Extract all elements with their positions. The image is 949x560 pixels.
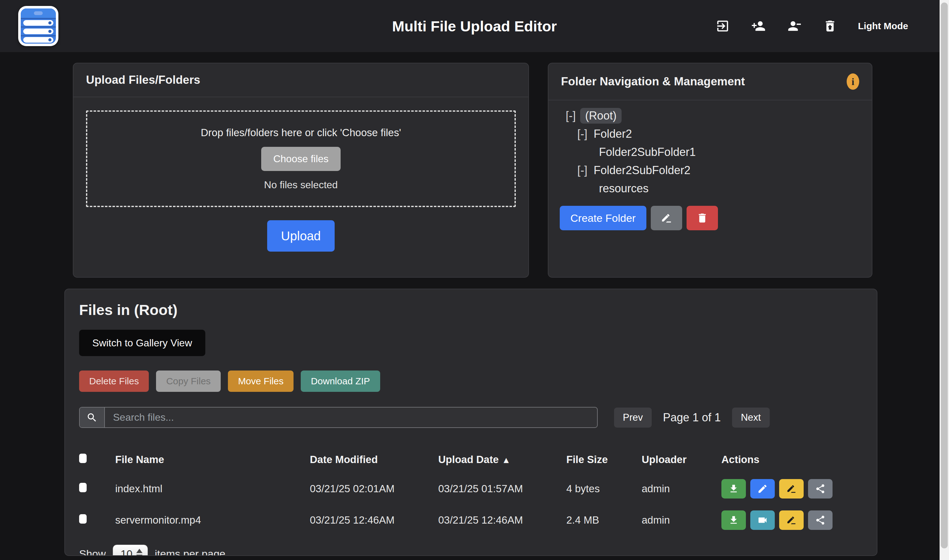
search-box xyxy=(79,407,598,428)
search-input[interactable] xyxy=(105,408,597,427)
video-icon xyxy=(757,515,768,526)
file-size-cell: 4 bytes xyxy=(566,483,642,495)
next-page-button[interactable]: Next xyxy=(732,408,770,428)
remove-user-icon[interactable] xyxy=(786,18,802,34)
switch-gallery-view-button[interactable]: Switch to Gallery View xyxy=(79,330,205,356)
prev-page-button[interactable]: Prev xyxy=(614,408,652,428)
date-modified-cell: 03/21/25 12:46AM xyxy=(310,514,438,526)
tree-item-root[interactable]: [-] (Root) xyxy=(548,107,872,125)
file-name-cell: index.html xyxy=(115,483,310,495)
download-zip-button[interactable]: Download ZIP xyxy=(301,371,380,392)
restore-trash-icon[interactable] xyxy=(822,18,838,34)
delete-folder-button[interactable] xyxy=(687,206,718,230)
row-checkbox[interactable] xyxy=(79,483,87,492)
upload-date-cell: 03/21/25 12:46AM xyxy=(438,514,566,526)
tree-toggle-icon[interactable]: [-] xyxy=(566,109,576,122)
tree-item-label[interactable]: Folder2SubFolder1 xyxy=(597,144,698,160)
upload-panel: Upload Files/Folders Drop files/folders … xyxy=(73,63,529,278)
share-icon xyxy=(815,483,826,494)
search-icon xyxy=(80,408,105,427)
no-files-selected-text: No files selected xyxy=(264,179,338,191)
tree-item-folder2[interactable]: [-] Folder2 xyxy=(548,125,872,143)
items-per-page-select[interactable]: 10 xyxy=(113,545,148,556)
date-modified-cell: 03/21/25 02:01AM xyxy=(310,483,438,495)
rename-folder-button[interactable] xyxy=(651,206,682,230)
trash-icon xyxy=(696,212,708,224)
app-logo-icon xyxy=(18,6,59,46)
show-label: Show xyxy=(79,548,106,556)
table-row: servermonitor.mp4 03/21/25 12:46AM 03/21… xyxy=(79,505,863,536)
items-per-page-label: items per page xyxy=(155,548,225,556)
select-all-checkbox[interactable] xyxy=(79,454,87,463)
rename-file-button[interactable] xyxy=(779,511,804,530)
rename-pencil-icon xyxy=(786,515,797,526)
info-icon[interactable]: i xyxy=(847,74,859,90)
rename-pencil-icon xyxy=(661,212,672,224)
copy-files-button[interactable]: Copy Files xyxy=(156,371,221,392)
file-name-cell: servermonitor.mp4 xyxy=(115,514,310,526)
choose-files-button[interactable]: Choose files xyxy=(261,147,340,171)
row-checkbox[interactable] xyxy=(79,514,87,524)
column-header-actions: Actions xyxy=(721,454,863,466)
edit-pencil-icon xyxy=(757,483,768,494)
column-header-upload-date[interactable]: Upload Date▲ xyxy=(438,454,566,466)
table-header-row: File Name Date Modified Upload Date▲ Fil… xyxy=(79,446,863,473)
download-file-button[interactable] xyxy=(721,511,746,530)
upload-date-cell: 03/21/25 01:57AM xyxy=(438,483,566,495)
tree-toggle-icon[interactable]: [-] xyxy=(577,164,587,177)
edit-file-button[interactable] xyxy=(750,479,775,498)
table-row: index.html 03/21/25 02:01AM 03/21/25 01:… xyxy=(79,473,863,505)
tree-item-folder2subfolder2[interactable]: [-] Folder2SubFolder2 xyxy=(548,161,872,180)
app-header: Multi File Upload Editor Light Mode xyxy=(0,0,949,52)
add-user-icon[interactable] xyxy=(750,18,766,34)
tree-item-label[interactable]: resources xyxy=(597,181,650,196)
folder-navigation-panel: Folder Navigation & Management i [-] (Ro… xyxy=(548,63,872,278)
tree-toggle-icon[interactable]: [-] xyxy=(577,128,587,140)
move-files-button[interactable]: Move Files xyxy=(228,371,294,392)
items-per-page-value: 10 xyxy=(120,548,132,556)
logout-icon[interactable] xyxy=(715,18,730,34)
files-panel-title: Files in (Root) xyxy=(79,301,863,318)
uploader-cell: admin xyxy=(642,514,721,526)
upload-panel-title: Upload Files/Folders xyxy=(86,74,200,86)
page-indicator: Page 1 of 1 xyxy=(661,411,723,424)
tree-item-resources[interactable]: resources xyxy=(548,180,872,198)
delete-files-button[interactable]: Delete Files xyxy=(79,371,149,392)
files-table: File Name Date Modified Upload Date▲ Fil… xyxy=(79,446,863,536)
play-video-button[interactable] xyxy=(750,511,775,530)
column-header-uploader[interactable]: Uploader xyxy=(642,454,721,466)
share-file-button[interactable] xyxy=(808,479,832,498)
page-title: Multi File Upload Editor xyxy=(392,18,557,35)
download-file-button[interactable] xyxy=(721,479,746,498)
dropzone-hint: Drop files/folders here or click 'Choose… xyxy=(200,127,401,138)
tree-item-label[interactable]: Folder2 xyxy=(592,126,634,142)
sort-ascending-icon: ▲ xyxy=(502,455,511,465)
scrollbar-track xyxy=(940,0,949,560)
download-icon xyxy=(728,515,739,526)
column-header-file-size[interactable]: File Size xyxy=(566,454,642,466)
upload-button[interactable]: Upload xyxy=(267,220,335,252)
folder-tree: [-] (Root) [-] Folder2 Folder2SubFolder1… xyxy=(548,100,872,198)
create-folder-button[interactable]: Create Folder xyxy=(560,206,646,230)
files-panel: Files in (Root) Switch to Gallery View D… xyxy=(64,289,877,556)
share-icon xyxy=(815,515,826,526)
tree-item-label[interactable]: Folder2SubFolder2 xyxy=(592,163,692,178)
tree-item-label[interactable]: (Root) xyxy=(580,108,622,124)
rename-pencil-icon xyxy=(786,483,797,494)
light-mode-toggle[interactable]: Light Mode xyxy=(858,21,908,31)
rename-file-button[interactable] xyxy=(779,479,804,498)
file-dropzone[interactable]: Drop files/folders here or click 'Choose… xyxy=(86,111,516,207)
tree-item-folder2subfolder1[interactable]: Folder2SubFolder1 xyxy=(548,143,872,161)
column-header-date-modified[interactable]: Date Modified xyxy=(310,454,438,466)
column-header-file-name[interactable]: File Name xyxy=(115,454,310,466)
uploader-cell: admin xyxy=(642,483,721,495)
download-icon xyxy=(728,483,739,494)
stepper-arrows-icon xyxy=(136,549,143,556)
scrollbar-thumb[interactable] xyxy=(941,3,948,548)
file-size-cell: 2.4 MB xyxy=(566,514,642,526)
share-file-button[interactable] xyxy=(808,511,832,530)
folder-panel-title: Folder Navigation & Management xyxy=(561,75,745,88)
